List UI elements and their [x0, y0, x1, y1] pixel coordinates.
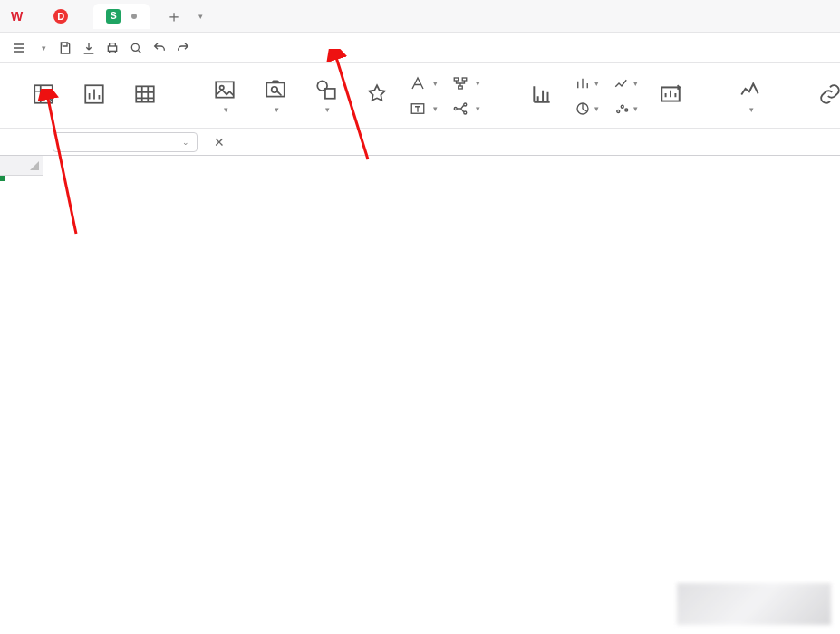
selection-border	[0, 176, 4, 179]
chart-button[interactable]	[517, 67, 567, 125]
svg-point-1	[131, 43, 139, 51]
pivot-table-button[interactable]	[18, 67, 69, 125]
spreadsheet-grid[interactable]	[0, 156, 840, 176]
small-chart-2-button[interactable]: ▾	[571, 97, 603, 120]
template-badge-icon: D	[53, 9, 68, 24]
small-chart-1-button[interactable]: ▾	[571, 72, 603, 95]
wordart-button[interactable]: ▾	[406, 72, 441, 95]
hyperlink-button[interactable]	[805, 67, 840, 125]
svg-point-17	[464, 111, 467, 114]
svg-rect-2	[34, 85, 53, 103]
table-button[interactable]	[120, 67, 170, 125]
screenshot-button[interactable]: ▾	[250, 67, 301, 125]
doc-tab-templates[interactable]: D	[41, 4, 86, 29]
formula-controls: ✕	[203, 135, 243, 149]
fill-handle[interactable]	[0, 176, 5, 181]
svg-point-16	[464, 103, 467, 106]
app-brand: W	[5, 9, 34, 24]
svg-rect-13	[462, 78, 467, 81]
select-all-corner[interactable]	[0, 156, 43, 176]
cancel-icon[interactable]: ✕	[214, 135, 225, 149]
file-menu[interactable]: ▾	[31, 43, 53, 53]
print-icon[interactable]	[101, 36, 124, 60]
wps-logo-icon: W	[11, 9, 23, 24]
sparkline-button[interactable]: ▾	[725, 67, 776, 125]
mindmap-button[interactable]: ▾	[449, 97, 484, 120]
pivot-chart-button[interactable]	[69, 67, 120, 125]
svg-rect-14	[459, 86, 463, 89]
svg-point-15	[454, 107, 457, 110]
svg-rect-0	[108, 46, 116, 51]
formula-bar: ⌄ ✕	[0, 129, 840, 156]
sheet-badge-icon: S	[106, 9, 121, 24]
svg-rect-12	[454, 78, 459, 81]
svg-point-19	[617, 110, 620, 112]
watermark-blur	[677, 583, 831, 625]
flowchart-button[interactable]: ▾	[449, 72, 484, 95]
name-box-chevron-icon: ⌄	[182, 138, 189, 147]
save-icon[interactable]	[53, 36, 77, 60]
icons-button[interactable]	[352, 67, 402, 125]
dynamic-chart-button[interactable]	[645, 67, 696, 125]
picture-button[interactable]: ▾	[199, 67, 250, 125]
redo-icon[interactable]	[171, 36, 195, 60]
name-box[interactable]: ⌄	[53, 132, 198, 152]
svg-point-8	[272, 86, 278, 92]
svg-point-21	[625, 109, 628, 111]
svg-rect-4	[136, 86, 154, 101]
print-preview-icon[interactable]	[124, 36, 148, 60]
svg-rect-7	[266, 82, 285, 96]
ribbon-insert: ▾ ▾ ▾ ▾ ▾ ▾	[0, 63, 840, 129]
small-chart-3-button[interactable]: ▾	[610, 72, 642, 95]
undo-icon[interactable]	[148, 36, 171, 60]
menu-bar: ▾	[0, 33, 840, 63]
small-chart-4-button[interactable]: ▾	[610, 97, 642, 120]
title-bar: W D S ＋ ▾	[0, 0, 840, 33]
tab-overflow-chevron[interactable]: ▾	[198, 12, 203, 21]
textbox-button[interactable]: ▾	[406, 97, 441, 120]
menu-icon[interactable]	[7, 36, 31, 60]
svg-rect-5	[216, 82, 234, 97]
svg-point-20	[621, 105, 623, 108]
shapes-button[interactable]: ▾	[301, 67, 352, 125]
column-headers	[0, 156, 840, 176]
export-icon[interactable]	[77, 36, 101, 60]
unsaved-dot-icon	[131, 14, 137, 19]
doc-tab-workbook[interactable]: S	[93, 4, 150, 29]
new-tab-button[interactable]: ＋	[157, 5, 191, 27]
svg-rect-10	[325, 88, 335, 98]
